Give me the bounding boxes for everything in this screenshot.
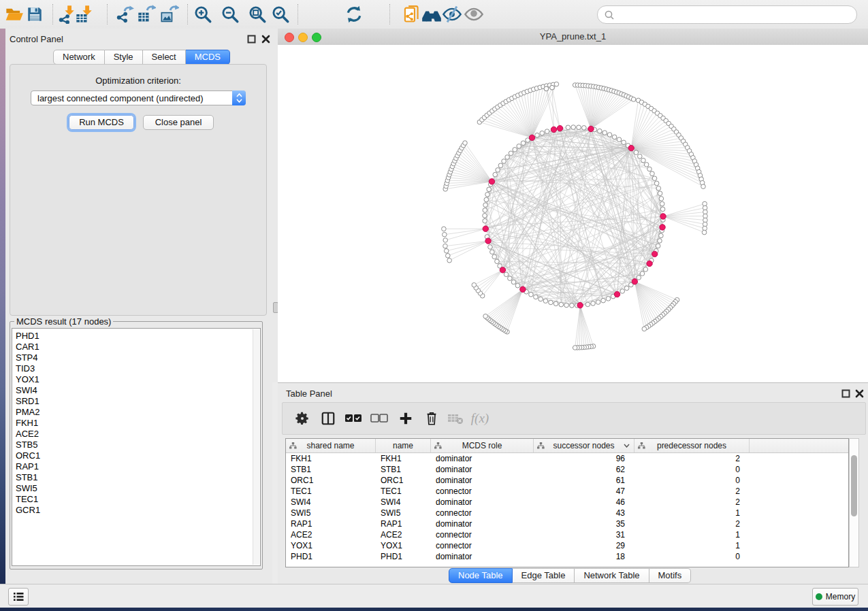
table-cell[interactable]: 31 xyxy=(534,529,634,540)
table-cell[interactable]: 61 xyxy=(534,475,634,486)
table-cell[interactable]: dominator xyxy=(431,475,534,486)
zoom-out-icon[interactable] xyxy=(218,2,242,27)
table-cell[interactable]: 0 xyxy=(634,475,750,486)
mcds-result-item[interactable]: GCR1 xyxy=(12,505,260,516)
column-header-shared-name[interactable]: shared name xyxy=(286,439,376,452)
table-cell[interactable]: ACE2 xyxy=(286,529,376,540)
mcds-result-item[interactable]: PHD1 xyxy=(12,331,260,342)
table-scrollbar[interactable] xyxy=(849,438,859,567)
function-builder-icon[interactable]: f(x) xyxy=(469,408,491,429)
table-cell[interactable]: 0 xyxy=(634,464,750,475)
tab-node-table[interactable]: Node Table xyxy=(449,568,513,583)
table-cell[interactable]: 62 xyxy=(534,464,634,475)
mcds-result-item[interactable]: PMA2 xyxy=(12,407,260,418)
deselect-all-icon[interactable] xyxy=(368,408,390,429)
table-row[interactable]: STB1STB1dominator620 xyxy=(286,464,848,475)
table-cell[interactable]: TEC1 xyxy=(376,486,431,497)
float-panel-icon[interactable] xyxy=(247,35,256,44)
table-row[interactable]: TEC1TEC1connector472 xyxy=(286,486,848,497)
task-history-button[interactable] xyxy=(8,588,29,606)
table-cell[interactable]: ACE2 xyxy=(376,529,431,540)
table-cell[interactable]: FKH1 xyxy=(286,453,376,464)
table-cell[interactable]: dominator xyxy=(431,464,534,475)
mcds-result-item[interactable]: STB5 xyxy=(12,440,260,450)
table-cell[interactable]: YOX1 xyxy=(286,540,376,551)
table-cell[interactable]: 1 xyxy=(634,508,750,518)
mcds-result-item[interactable]: SWI5 xyxy=(12,483,260,494)
table-cell[interactable]: RAP1 xyxy=(376,518,431,529)
mcds-result-item[interactable]: FKH1 xyxy=(12,418,260,429)
mcds-result-item[interactable]: ACE2 xyxy=(12,429,260,440)
table-cell[interactable]: SWI4 xyxy=(376,497,431,508)
mcds-result-item[interactable]: SRD1 xyxy=(12,396,260,407)
table-cell[interactable]: 29 xyxy=(534,540,634,551)
table-row[interactable]: ORC1ORC1dominator610 xyxy=(286,475,848,486)
table-cell[interactable]: STB1 xyxy=(376,464,431,475)
tab-select[interactable]: Select xyxy=(143,50,186,65)
search-field[interactable] xyxy=(597,5,857,24)
table-cell[interactable]: RAP1 xyxy=(286,518,376,529)
zoom-in-icon[interactable] xyxy=(191,2,215,27)
show-column-panel-icon[interactable] xyxy=(317,408,339,429)
tab-style[interactable]: Style xyxy=(105,50,143,65)
memory-button[interactable]: Memory xyxy=(812,588,858,606)
save-session-icon[interactable] xyxy=(22,2,47,27)
delete-column-icon[interactable] xyxy=(421,408,443,429)
mcds-result-item[interactable]: STB1 xyxy=(12,472,260,483)
refresh-icon[interactable] xyxy=(342,2,366,27)
mcds-result-item[interactable]: TID3 xyxy=(12,363,260,374)
zoom-fit-icon[interactable] xyxy=(245,2,270,27)
import-table-icon[interactable] xyxy=(72,2,97,27)
table-cell[interactable]: 2 xyxy=(634,486,750,497)
table-row[interactable]: RAP1RAP1dominator352 xyxy=(286,518,848,529)
table-cell[interactable]: dominator xyxy=(431,497,534,508)
minimize-window-icon[interactable] xyxy=(298,33,308,42)
network-view[interactable] xyxy=(278,45,868,382)
zoom-selected-icon[interactable] xyxy=(268,2,293,27)
show-details-icon[interactable] xyxy=(462,2,486,27)
table-row[interactable]: YOX1YOX1connector291 xyxy=(286,540,848,551)
table-row[interactable]: SWI5SWI5connector431 xyxy=(286,508,848,518)
select-all-icon[interactable] xyxy=(342,408,364,429)
table-cell[interactable]: PHD1 xyxy=(376,551,431,562)
table-cell[interactable]: dominator xyxy=(431,453,534,464)
table-cell[interactable]: 2 xyxy=(634,518,750,529)
table-settings-gear-icon[interactable] xyxy=(291,408,313,429)
table-row[interactable]: PHD1PHD1dominator180 xyxy=(286,551,848,562)
column-header-successor-nodes[interactable]: successor nodes xyxy=(534,439,634,452)
table-cell[interactable]: 1 xyxy=(634,529,750,540)
table-cell[interactable]: 2 xyxy=(634,453,750,464)
table-cell[interactable]: SWI5 xyxy=(376,508,431,518)
table-cell[interactable]: dominator xyxy=(431,551,534,562)
column-header-name[interactable]: name xyxy=(376,439,431,452)
tab-motifs[interactable]: Motifs xyxy=(649,568,692,583)
hide-details-icon[interactable] xyxy=(440,2,464,27)
table-cell[interactable]: SWI4 xyxy=(286,497,376,508)
tab-network[interactable]: Network xyxy=(53,50,105,65)
float-panel-icon[interactable] xyxy=(841,389,850,398)
mcds-result-item[interactable]: CAR1 xyxy=(12,342,260,352)
mcds-result-list[interactable]: PHD1 CAR1 STP4 TID3 YOX1 SWI4 SRD1 PMA2 … xyxy=(12,328,261,566)
close-panel-icon[interactable] xyxy=(261,35,270,44)
table-cell[interactable]: YOX1 xyxy=(376,540,431,551)
tab-network-table[interactable]: Network Table xyxy=(575,568,649,583)
table-cell[interactable]: connector xyxy=(431,529,534,540)
mcds-result-item[interactable]: YOX1 xyxy=(12,374,260,385)
table-cell[interactable]: TEC1 xyxy=(286,486,376,497)
table-cell[interactable]: connector xyxy=(431,540,534,551)
table-cell[interactable]: FKH1 xyxy=(376,453,431,464)
tab-edge-table[interactable]: Edge Table xyxy=(513,568,575,583)
export-network-icon[interactable] xyxy=(112,2,137,27)
close-window-icon[interactable] xyxy=(285,33,294,42)
table-cell[interactable]: dominator xyxy=(431,518,534,529)
mcds-result-item[interactable]: STP4 xyxy=(12,352,260,363)
close-panel-icon[interactable] xyxy=(855,389,864,398)
table-cell[interactable]: ORC1 xyxy=(286,475,376,486)
maximize-window-icon[interactable] xyxy=(312,33,321,42)
table-row[interactable]: SWI4SWI4dominator462 xyxy=(286,497,848,508)
table-cell[interactable]: connector xyxy=(431,486,534,497)
table-row[interactable]: ACE2ACE2connector311 xyxy=(286,529,848,540)
table-cell[interactable]: 35 xyxy=(534,518,634,529)
table-cell[interactable]: 47 xyxy=(534,486,634,497)
criterion-select[interactable]: largest connected component (undirected) xyxy=(31,90,246,105)
